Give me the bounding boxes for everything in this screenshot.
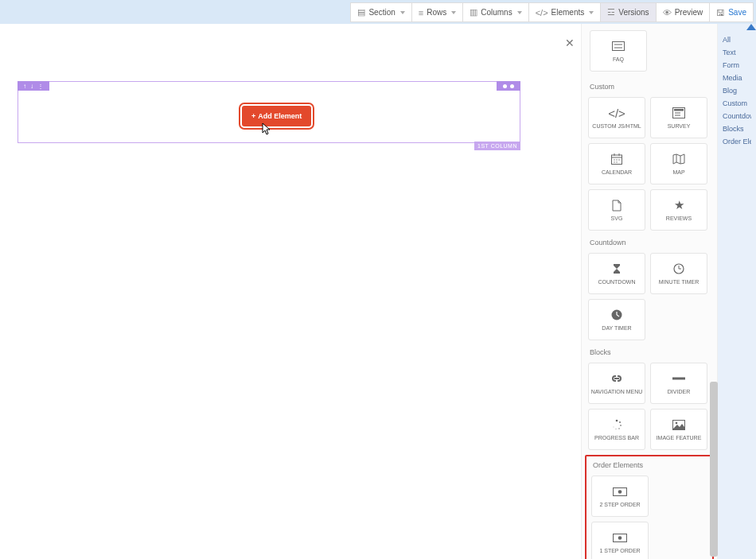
svg-point-27 xyxy=(619,421,621,423)
minute-timer-tile[interactable]: MINUTE TIMER xyxy=(650,253,707,294)
countdown-tile[interactable]: COUNTDOWN xyxy=(588,253,645,294)
file-icon xyxy=(612,198,622,212)
calendar-tile[interactable]: CALENDAR xyxy=(588,143,645,184)
reviews-tile[interactable]: ★REVIEWS xyxy=(650,189,707,231)
side-link-form[interactable]: Form xyxy=(723,59,751,72)
arrow-down-icon: ↓ xyxy=(30,83,33,90)
columns-button[interactable]: ▥Columns xyxy=(462,2,528,22)
preview-button[interactable]: 👁Preview xyxy=(656,2,711,22)
svg-point-14 xyxy=(614,161,614,162)
elements-icon: </> xyxy=(536,8,548,17)
side-link-custom[interactable]: Custom xyxy=(723,97,751,110)
image-feature-tile[interactable]: IMAGE FEATURE xyxy=(650,409,707,450)
drag-icon: ⋮ xyxy=(37,83,44,90)
survey-tile[interactable]: SURVEY xyxy=(650,97,707,138)
svg-point-33 xyxy=(676,421,678,424)
svg-label: SVG xyxy=(611,215,623,222)
calendar-label: CALENDAR xyxy=(602,169,632,176)
svg-point-35 xyxy=(618,490,622,494)
side-link-countdown[interactable]: Countdown xyxy=(723,110,751,122)
minute-timer-label: MINUTE TIMER xyxy=(659,279,699,285)
loading-icon xyxy=(611,417,622,432)
svg-point-30 xyxy=(615,429,617,430)
progress-bar-tile[interactable]: PROGRESS BAR xyxy=(588,409,645,450)
elements-button[interactable]: </>Elements xyxy=(528,2,602,22)
image-feature-label: IMAGE FEATURE xyxy=(657,435,702,441)
plus-icon: + xyxy=(251,112,255,120)
svg-point-31 xyxy=(613,426,614,427)
survey-label: SURVEY xyxy=(668,123,691,130)
section-handle-left[interactable]: ↑↓⋮ xyxy=(18,81,49,91)
svg-rect-0 xyxy=(613,42,625,51)
day-timer-tile[interactable]: DAY TIMER xyxy=(588,299,645,340)
survey-icon xyxy=(672,106,685,120)
dot-icon xyxy=(510,84,514,88)
column-label: 1ST COLUMN xyxy=(474,142,520,150)
preview-label: Preview xyxy=(675,8,703,17)
editor-canvas[interactable]: ↑↓⋮ 1ST COLUMN +Add Element xyxy=(0,30,575,559)
order-elements-highlight: Order Elements 2 STEP ORDER 1 STEP ORDER xyxy=(585,455,714,559)
star-icon: ★ xyxy=(674,198,684,212)
category-sidebar: All Text Form Media Blog Custom Countdow… xyxy=(718,24,756,559)
rows-icon: ≡ xyxy=(419,8,423,17)
svg-rect-4 xyxy=(674,109,684,111)
faq-tile[interactable]: FAQ xyxy=(590,30,647,72)
countdown-category-label: Countdown xyxy=(590,239,709,247)
two-step-label: 2 STEP ORDER xyxy=(599,502,640,508)
one-step-order-tile[interactable]: 1 STEP ORDER xyxy=(591,522,649,559)
scrollbar-thumb[interactable] xyxy=(710,382,718,557)
faq-label: FAQ xyxy=(613,56,624,63)
map-tile[interactable]: MAP xyxy=(650,143,707,184)
custom-js-tile[interactable]: </>CUSTOM JS/HTML xyxy=(588,97,645,138)
two-step-order-tile[interactable]: 2 STEP ORDER xyxy=(591,476,649,517)
svg-point-29 xyxy=(618,428,620,429)
svg-point-11 xyxy=(614,159,614,160)
link-icon xyxy=(610,371,623,386)
section-button[interactable]: ▤Section xyxy=(350,2,411,22)
versions-label: Versions xyxy=(618,8,649,17)
svg-point-13 xyxy=(618,159,619,160)
divider-icon xyxy=(672,371,685,386)
money-icon xyxy=(613,530,627,545)
side-link-order[interactable]: Order Elements xyxy=(723,135,751,148)
side-link-text[interactable]: Text xyxy=(723,46,751,59)
svg-tile[interactable]: SVG xyxy=(588,189,645,231)
side-link-media[interactable]: Media xyxy=(723,72,751,84)
columns-label: Columns xyxy=(481,8,512,17)
add-element-wrapper: +Add Element xyxy=(242,106,311,126)
side-link-blog[interactable]: Blog xyxy=(723,84,751,97)
svg-point-28 xyxy=(620,425,622,426)
clock-icon xyxy=(673,262,684,276)
close-panel-button[interactable]: ✕ xyxy=(565,37,575,49)
cursor-icon xyxy=(259,122,272,137)
save-icon: 🖫 xyxy=(716,8,725,17)
arrow-up-icon: ↑ xyxy=(23,83,26,90)
columns-icon: ▥ xyxy=(470,7,477,17)
versions-button[interactable]: ☲Versions xyxy=(600,2,656,22)
code-icon: </> xyxy=(608,106,625,120)
save-button[interactable]: 🖫Save xyxy=(709,2,754,22)
progress-bar-label: PROGRESS BAR xyxy=(594,435,639,441)
svg-point-15 xyxy=(616,161,617,162)
clock-solid-icon xyxy=(611,308,622,322)
add-element-button[interactable]: +Add Element xyxy=(242,106,311,126)
day-timer-label: DAY TIMER xyxy=(602,325,631,332)
side-link-all[interactable]: All xyxy=(723,33,751,46)
versions-icon: ☲ xyxy=(607,7,615,17)
rows-button[interactable]: ≡Rows xyxy=(411,2,463,22)
custom-js-label: CUSTOM JS/HTML xyxy=(592,123,641,130)
custom-category-label: Custom xyxy=(590,83,709,91)
svg-point-12 xyxy=(616,159,617,160)
section-handle-right[interactable] xyxy=(497,81,520,91)
elements-label: Elements xyxy=(551,8,585,17)
elements-panel: FAQ Custom </>CUSTOM JS/HTML SURVEY CALE… xyxy=(581,24,718,559)
dot-icon xyxy=(503,84,507,88)
countdown-label: COUNTDOWN xyxy=(598,279,635,285)
nav-menu-tile[interactable]: NAVIGATION MENU xyxy=(588,363,645,404)
image-icon xyxy=(672,417,685,432)
divider-label: DIVIDER xyxy=(668,389,690,395)
side-link-blocks[interactable]: Blocks xyxy=(723,122,751,135)
divider-tile[interactable]: DIVIDER xyxy=(650,363,707,404)
blocks-category-label: Blocks xyxy=(590,348,709,356)
section-icon: ▤ xyxy=(357,7,365,17)
